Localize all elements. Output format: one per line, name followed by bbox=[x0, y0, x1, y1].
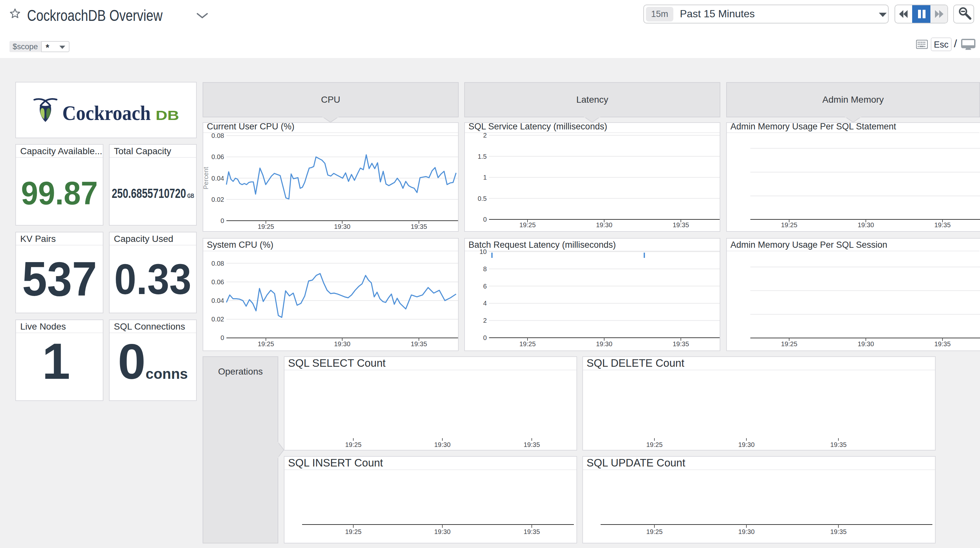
svg-text:Percent: Percent bbox=[203, 167, 210, 189]
svg-text:19:25: 19:25 bbox=[646, 441, 663, 448]
svg-text:Batch Request Latency (millise: Batch Request Latency (milliseconds) bbox=[468, 240, 616, 250]
svg-text:19:30: 19:30 bbox=[858, 340, 874, 348]
svg-text:0.08: 0.08 bbox=[212, 132, 224, 139]
svg-text:0.08: 0.08 bbox=[212, 260, 224, 267]
svg-text:19:35: 19:35 bbox=[830, 528, 846, 535]
svg-text:1.5: 1.5 bbox=[477, 153, 487, 160]
svg-text:SQL Service Latency (milliseco: SQL Service Latency (milliseconds) bbox=[468, 122, 607, 131]
svg-text:Admin Memory Usage Per SQL Sta: Admin Memory Usage Per SQL Statement bbox=[730, 122, 896, 131]
svg-text:19:35: 19:35 bbox=[673, 340, 689, 348]
svg-text:SQL INSERT Count: SQL INSERT Count bbox=[288, 457, 383, 469]
svg-text:19:30: 19:30 bbox=[738, 528, 754, 535]
svg-text:19:25: 19:25 bbox=[519, 221, 536, 229]
svg-text:19:25: 19:25 bbox=[519, 340, 536, 348]
svg-text:19:35: 19:35 bbox=[523, 528, 540, 535]
svg-text:19:25: 19:25 bbox=[345, 441, 361, 448]
svg-text:19:30: 19:30 bbox=[596, 221, 612, 229]
svg-text:19:25: 19:25 bbox=[781, 221, 797, 229]
svg-text:19:35: 19:35 bbox=[523, 441, 540, 448]
svg-text:19:35: 19:35 bbox=[673, 221, 689, 229]
svg-text:19:35: 19:35 bbox=[411, 223, 427, 230]
svg-text:SQL DELETE Count: SQL DELETE Count bbox=[587, 357, 684, 369]
svg-text:0.06: 0.06 bbox=[212, 153, 224, 160]
svg-text:Current User CPU (%): Current User CPU (%) bbox=[207, 122, 294, 131]
svg-text:19:35: 19:35 bbox=[830, 441, 846, 448]
svg-text:0.02: 0.02 bbox=[212, 196, 224, 203]
svg-text:SQL UPDATE Count: SQL UPDATE Count bbox=[587, 457, 686, 469]
svg-text:19:30: 19:30 bbox=[596, 340, 612, 348]
svg-text:8: 8 bbox=[483, 265, 487, 273]
svg-text:0: 0 bbox=[221, 217, 224, 224]
svg-text:System CPU (%): System CPU (%) bbox=[207, 240, 274, 250]
svg-text:19:30: 19:30 bbox=[738, 441, 754, 448]
svg-text:6: 6 bbox=[483, 283, 487, 290]
svg-text:4: 4 bbox=[483, 300, 487, 307]
svg-text:19:30: 19:30 bbox=[434, 441, 450, 448]
svg-text:19:30: 19:30 bbox=[334, 340, 350, 348]
svg-text:19:35: 19:35 bbox=[934, 340, 951, 348]
svg-text:19:25: 19:25 bbox=[781, 340, 797, 348]
svg-text:19:30: 19:30 bbox=[334, 223, 350, 230]
svg-text:Admin Memory Usage Per SQL Ses: Admin Memory Usage Per SQL Session bbox=[730, 240, 887, 250]
svg-text:0.04: 0.04 bbox=[212, 175, 224, 182]
svg-text:SQL SELECT Count: SQL SELECT Count bbox=[288, 357, 386, 369]
svg-text:2: 2 bbox=[483, 132, 487, 139]
svg-text:Cockroach: Cockroach bbox=[62, 102, 151, 124]
svg-text:19:30: 19:30 bbox=[858, 221, 874, 229]
svg-text:19:35: 19:35 bbox=[934, 221, 951, 229]
svg-text:0.02: 0.02 bbox=[212, 316, 224, 323]
svg-text:0: 0 bbox=[483, 216, 487, 223]
svg-text:19:25: 19:25 bbox=[258, 223, 274, 230]
svg-text:0.06: 0.06 bbox=[212, 278, 224, 286]
svg-text:19:25: 19:25 bbox=[258, 340, 274, 348]
svg-text:0.5: 0.5 bbox=[477, 195, 487, 202]
svg-text:0: 0 bbox=[221, 334, 224, 342]
svg-text:DB: DB bbox=[156, 108, 179, 122]
svg-text:19:25: 19:25 bbox=[345, 528, 361, 535]
svg-text:0.04: 0.04 bbox=[212, 297, 224, 304]
svg-text:19:25: 19:25 bbox=[646, 528, 663, 535]
svg-text:19:30: 19:30 bbox=[434, 528, 450, 535]
svg-text:0: 0 bbox=[483, 334, 487, 342]
svg-text:10: 10 bbox=[480, 248, 487, 255]
svg-text:2: 2 bbox=[483, 317, 487, 324]
svg-text:1: 1 bbox=[483, 174, 487, 181]
svg-text:19:35: 19:35 bbox=[411, 340, 427, 348]
